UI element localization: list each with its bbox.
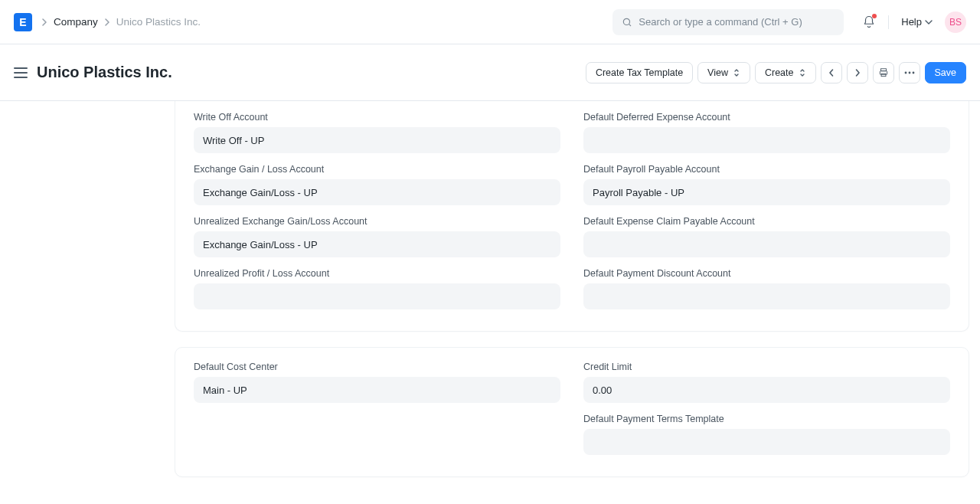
- svg-point-5: [908, 71, 910, 74]
- field-label: Default Deferred Expense Account: [583, 112, 950, 123]
- default-deferred-expense-field[interactable]: [583, 127, 950, 153]
- chevron-right-icon: [854, 68, 861, 77]
- create-button[interactable]: Create: [755, 62, 816, 83]
- accounts-section: Write Off Account Write Off - UP Exchang…: [175, 101, 969, 332]
- select-icon: [799, 68, 806, 77]
- button-label: Create Tax Template: [596, 67, 683, 78]
- printer-icon: [878, 67, 889, 78]
- search-input[interactable]: [639, 16, 835, 28]
- field-label: Default Expense Claim Payable Account: [583, 216, 950, 227]
- field-label: Default Payment Discount Account: [583, 268, 950, 279]
- default-payment-discount-field[interactable]: [583, 283, 950, 309]
- chevron-right-icon: [41, 18, 47, 26]
- svg-point-6: [912, 71, 914, 74]
- field-label: Unrealized Exchange Gain/Loss Account: [194, 216, 560, 227]
- field-label: Credit Limit: [583, 362, 950, 372]
- button-label: Create: [765, 67, 794, 78]
- prev-button[interactable]: [821, 62, 842, 83]
- notification-dot-icon: [872, 14, 877, 18]
- field-value: Exchange Gain/Loss - UP: [203, 239, 318, 250]
- page-title: Unico Plastics Inc.: [37, 64, 172, 81]
- more-horizontal-icon: [904, 71, 915, 74]
- credit-limit-field[interactable]: 0.00: [583, 377, 950, 403]
- default-payment-terms-field[interactable]: [583, 429, 950, 455]
- cost-credit-section: Default Cost Center Main - UP Credit Lim…: [175, 347, 969, 477]
- field-value: Payroll Payable - UP: [593, 187, 684, 198]
- help-menu[interactable]: Help: [901, 16, 933, 28]
- default-cost-center-field[interactable]: Main - UP: [194, 377, 560, 403]
- page-header: Unico Plastics Inc. Create Tax Template …: [0, 44, 980, 101]
- default-expense-claim-payable-field[interactable]: [583, 231, 950, 257]
- unrealized-profit-loss-field[interactable]: [194, 283, 560, 309]
- exchange-gain-loss-field[interactable]: Exchange Gain/Loss - UP: [194, 179, 560, 205]
- field-label: Exchange Gain / Loss Account: [194, 164, 560, 175]
- chevron-down-icon: [925, 18, 933, 26]
- field-value: Write Off - UP: [203, 135, 264, 146]
- default-payroll-payable-field[interactable]: Payroll Payable - UP: [583, 179, 950, 205]
- field-label: Default Payment Terms Template: [583, 414, 950, 424]
- chevron-left-icon: [828, 68, 835, 77]
- app-logo[interactable]: E: [14, 13, 32, 31]
- avatar[interactable]: BS: [945, 11, 966, 33]
- svg-point-4: [904, 71, 906, 74]
- select-icon: [733, 68, 740, 77]
- button-label: Save: [935, 67, 957, 78]
- svg-rect-3: [881, 74, 886, 77]
- field-label: Unrealized Profit / Loss Account: [194, 268, 560, 279]
- top-navbar: E Company Unico Plastics Inc. Help BS: [0, 0, 980, 44]
- help-label: Help: [901, 16, 922, 28]
- chevron-right-icon: [104, 18, 110, 26]
- view-button[interactable]: View: [697, 62, 750, 83]
- field-label: Default Payroll Payable Account: [583, 164, 950, 175]
- divider: [888, 15, 889, 29]
- breadcrumb-company[interactable]: Company: [54, 16, 98, 28]
- avatar-initials: BS: [949, 17, 962, 28]
- write-off-account-field[interactable]: Write Off - UP: [194, 127, 560, 153]
- field-value: Main - UP: [203, 385, 247, 396]
- create-tax-template-button[interactable]: Create Tax Template: [586, 62, 693, 83]
- field-value: Exchange Gain/Loss - UP: [203, 187, 318, 198]
- field-label: Default Cost Center: [194, 362, 560, 372]
- search-icon: [622, 17, 632, 28]
- workspace: Write Off Account Write Off - UP Exchang…: [0, 101, 980, 504]
- breadcrumb: Company Unico Plastics Inc.: [41, 16, 201, 28]
- save-button[interactable]: Save: [925, 62, 967, 83]
- sidebar-toggle[interactable]: [14, 67, 28, 78]
- field-label: Write Off Account: [194, 112, 560, 123]
- next-button[interactable]: [847, 62, 868, 83]
- breadcrumb-current: Unico Plastics Inc.: [116, 16, 201, 28]
- more-button[interactable]: [899, 62, 920, 83]
- print-button[interactable]: [873, 62, 894, 83]
- search-bar[interactable]: [612, 9, 844, 35]
- notifications-button[interactable]: [862, 15, 876, 29]
- unrealized-exchange-gain-loss-field[interactable]: Exchange Gain/Loss - UP: [194, 231, 560, 257]
- button-label: View: [707, 67, 728, 78]
- field-value: 0.00: [593, 385, 612, 396]
